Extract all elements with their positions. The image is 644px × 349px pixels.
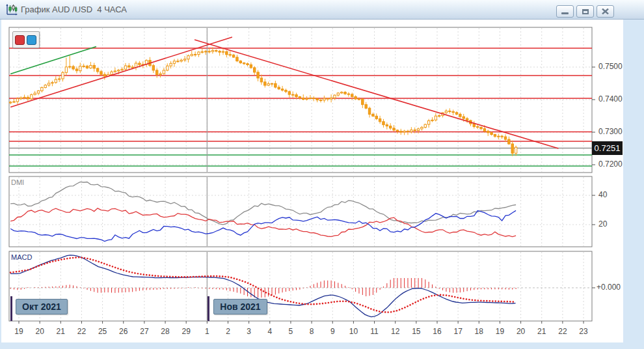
x-axis-label: 2 [220,327,237,336]
x-axis-label: 23 [575,327,592,336]
current-price-tag: 0.7251 [592,141,623,155]
dmi-axis-label: 20 [598,219,607,229]
x-axis-label: 22 [73,327,90,336]
x-axis-label: 9 [324,327,341,336]
x-axis-label: 16 [429,327,446,336]
price-axis-label: 0.7500 [598,62,623,71]
month-separator-nov [208,296,209,321]
macd-pane-label: MACD [11,253,32,261]
panel-frame [9,251,592,321]
chart-window: { "window": { "title": "График AUD /USD … [0,0,644,349]
x-axis-label: 27 [136,327,153,336]
macd-axis-label: +0.000 [597,283,621,292]
blue-swatch-button[interactable] [27,35,36,45]
price-axis-label: 0.7200 [598,160,623,169]
month-label-oct: Окт 2021 [16,299,68,314]
x-axis-label: 28 [157,327,174,336]
price-axis-label: 0.7400 [598,94,623,104]
x-axis-label: 4 [262,327,278,336]
x-axis-label: 18 [470,327,487,336]
x-axis-label: 21 [533,327,550,336]
x-axis-label: 8 [303,327,320,336]
x-axis-label: 25 [94,327,111,336]
mini-toolbar [12,31,40,48]
x-axis-label: 10 [345,327,362,336]
x-axis-label: 26 [115,327,132,336]
x-axis-label: 5 [282,327,299,336]
x-axis-label: 12 [387,327,404,336]
month-separator-oct [10,296,12,321]
x-axis-label: 21 [52,327,69,336]
price-axis-label: 0.7300 [598,127,623,136]
month-label-nov: Нов 2021 [213,299,267,314]
dmi-pane-label: DMI [11,178,24,186]
x-axis-label: 3 [241,327,258,336]
dmi-axis-label: 40 [598,190,607,199]
red-swatch-button[interactable] [15,35,25,45]
x-axis-label: 19 [491,327,508,336]
x-axis-label: 20 [31,327,48,336]
x-axis-label: 29 [178,327,195,336]
x-axis-label: 15 [408,327,425,336]
x-axis-label: 19 [10,327,27,336]
chart-canvas[interactable] [0,0,644,349]
x-axis-label: 11 [366,327,383,336]
x-axis-label: 17 [449,327,466,336]
x-axis-label: 22 [554,327,571,336]
x-axis-label: 1 [198,327,215,336]
x-axis-label: 20 [513,327,530,336]
